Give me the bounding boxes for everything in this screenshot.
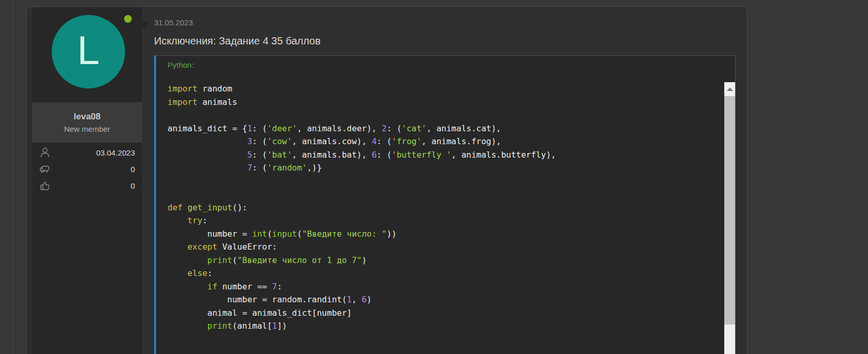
likes-count-value: 0 bbox=[131, 181, 135, 190]
messages-count-value: 0 bbox=[131, 165, 135, 174]
user-role: New member bbox=[64, 125, 110, 133]
likes-icon bbox=[39, 180, 51, 191]
code-line: print("Введите число от 1 до 7") bbox=[167, 254, 721, 267]
code-scrollbar[interactable] bbox=[724, 82, 735, 354]
code-block: Python: import randomimport animalsanima… bbox=[154, 55, 736, 354]
code-line bbox=[167, 188, 721, 201]
user-icon bbox=[39, 147, 51, 158]
stat-row-likes: 0 bbox=[32, 179, 142, 192]
code-line: number = random.randint(1, 6) bbox=[167, 293, 721, 306]
code-line: else: bbox=[167, 267, 721, 280]
code-line: number = int(input("Введите число: ")) bbox=[167, 227, 721, 241]
code-line: import random bbox=[167, 82, 721, 96]
code-line: if number == 7: bbox=[167, 280, 721, 294]
code-line: 7: ('random',)} bbox=[167, 161, 721, 175]
message-content: 31.05.2023 Исключения: Задание 4 35 балл… bbox=[142, 7, 748, 354]
code-line: animals_dict = {1: ('deer', animals.deer… bbox=[167, 122, 721, 135]
post-date-link[interactable]: 31.05.2023 bbox=[154, 18, 748, 27]
code-line: try: bbox=[167, 214, 721, 227]
scrollbar-thumb[interactable] bbox=[724, 96, 735, 325]
post-title: Исключения: Задание 4 35 баллов bbox=[154, 35, 748, 47]
post-card: L leva08 New member 03.04.2023 bbox=[26, 6, 748, 354]
code-line: def get_input(): bbox=[167, 201, 721, 214]
code-line: except ValueError: bbox=[167, 240, 721, 254]
code-line: print(animal[1]) bbox=[167, 319, 721, 333]
page-left-rule bbox=[13, 0, 13, 354]
stat-row-messages: 0 bbox=[32, 163, 142, 175]
code-line: animal = animals_dict[number] bbox=[167, 306, 721, 320]
joined-date-value: 03.04.2023 bbox=[96, 148, 135, 157]
code-language-label: Python: bbox=[167, 60, 194, 69]
user-info-strip: leva08 New member bbox=[32, 102, 142, 143]
code-line bbox=[167, 175, 721, 188]
code-line: import animals bbox=[167, 96, 721, 109]
user-stats: 03.04.2023 0 0 bbox=[32, 143, 142, 354]
user-cell: L bbox=[32, 7, 142, 102]
avatar[interactable]: L bbox=[52, 15, 125, 88]
messages-icon bbox=[39, 163, 51, 175]
code-content[interactable]: import randomimport animalsanimals_dict … bbox=[167, 82, 721, 333]
code-line bbox=[167, 109, 721, 122]
code-line: 3: ('cow', animals.cow), 4: ('frog', ani… bbox=[167, 135, 721, 148]
scroll-up-arrow-icon bbox=[727, 87, 733, 91]
code-line: 5: ('bat', animals.bat), 6: ('butterfly … bbox=[167, 148, 721, 162]
online-indicator bbox=[124, 15, 132, 23]
avatar-letter: L bbox=[77, 30, 99, 70]
username-link[interactable]: leva08 bbox=[74, 112, 101, 122]
stat-row-joined: 03.04.2023 bbox=[32, 146, 142, 159]
scrollbar-up-button[interactable] bbox=[724, 82, 735, 96]
